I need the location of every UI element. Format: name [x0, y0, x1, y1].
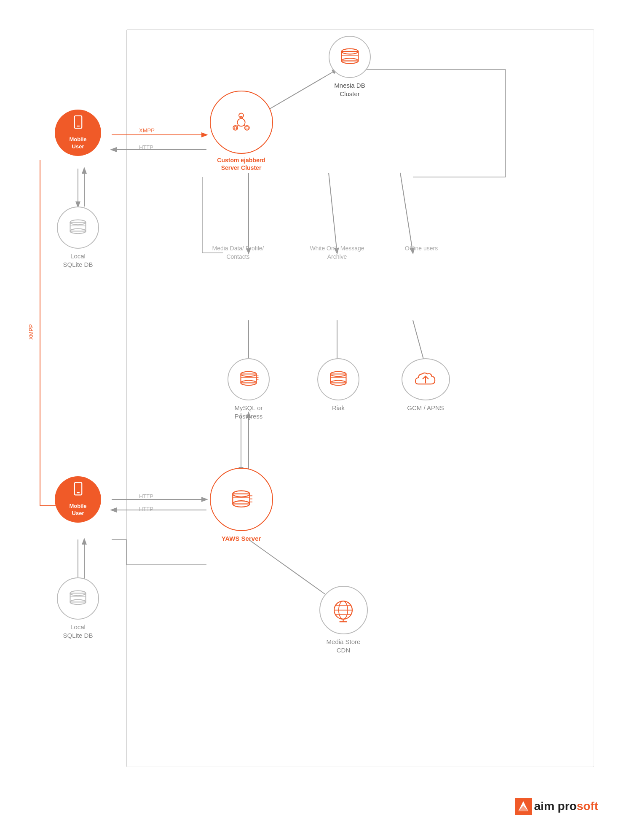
offline-users-label: Offline users: [405, 244, 438, 253]
media-store-label: Media Store CDN: [327, 638, 361, 654]
logo-icon: [515, 798, 532, 815]
logo-text: aim prosoft: [534, 800, 598, 813]
media-data-node: Media Data/ Profile/ Contacts: [206, 244, 270, 261]
mysql-node: MySQL or Postgress: [223, 358, 274, 420]
mnesia-db-label: Mnesia DB Cluster: [334, 81, 365, 98]
mobile-user-bottom-node: Mobile User: [53, 476, 103, 523]
riak-node: Riak: [313, 358, 364, 412]
offline-users-node: Offline users: [396, 244, 447, 253]
local-sqlite-top-label: Local SQLite DB: [63, 252, 93, 268]
logo-bold: aim pro: [534, 800, 577, 813]
http-bottom2-label: HTTP: [139, 506, 153, 512]
logo-container: aim prosoft: [515, 798, 598, 815]
svg-rect-40: [234, 126, 237, 129]
xmpp-side-label: XMPP: [28, 324, 34, 340]
white-only-label: White Only Message Archive: [308, 244, 367, 261]
media-store-node: Media Store CDN: [312, 586, 375, 654]
xmpp-top-label: XMPP: [139, 127, 155, 134]
svg-rect-67: [233, 494, 249, 504]
mysql-label: MySQL or Postgress: [235, 404, 263, 420]
yaws-server-label: YAWS Server: [222, 534, 261, 543]
svg-line-37: [237, 125, 238, 126]
white-only-node: White Only Message Archive: [308, 244, 367, 261]
riak-label: Riak: [332, 404, 345, 412]
diagram-container: Mnesia DB Cluster Custom ejabberd Server…: [0, 0, 632, 840]
svg-rect-41: [246, 126, 249, 129]
svg-point-32: [237, 118, 245, 126]
svg-point-33: [239, 113, 244, 118]
local-sqlite-bottom-node: Local SQLite DB: [53, 577, 103, 639]
ejabberd-label: Custom ejabberd Server Cluster: [217, 156, 265, 172]
yaws-server-node: YAWS Server: [206, 468, 276, 543]
mnesia-db-node: Mnesia DB Cluster: [324, 36, 375, 98]
logo-colored: soft: [577, 800, 598, 813]
http-bottom1-label: HTTP: [139, 493, 153, 499]
svg-line-38: [244, 125, 246, 126]
local-sqlite-top-node: Local SQLite DB: [53, 207, 103, 268]
mobile-user-bottom-label: Mobile User: [69, 503, 86, 517]
media-data-label: Media Data/ Profile/ Contacts: [206, 244, 270, 261]
mobile-user-top-node: Mobile User: [53, 110, 103, 156]
http-top-label: HTTP: [139, 144, 153, 150]
mobile-user-top-label: Mobile User: [69, 136, 86, 150]
local-sqlite-bottom-label: Local SQLite DB: [63, 623, 93, 639]
gcm-apns-node: GCM / APNS: [396, 358, 455, 412]
gcm-apns-label: GCM / APNS: [407, 404, 444, 412]
ejabberd-node: Custom ejabberd Server Cluster: [206, 91, 276, 172]
